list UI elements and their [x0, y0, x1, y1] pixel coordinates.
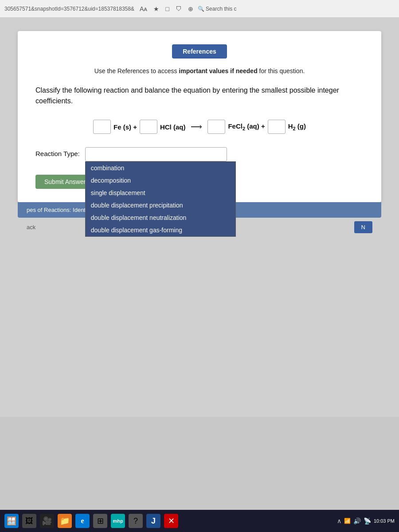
dropdown-item-dd-precipitation[interactable]: double displacement precipitation	[86, 199, 235, 211]
taskbar-x-icon[interactable]: ✕	[164, 514, 178, 528]
read-mode-button[interactable]: Aᴀ	[138, 4, 149, 13]
expand-tray-icon[interactable]: ∧	[337, 517, 341, 524]
dropdown-open-overlay: combination decomposition single displac…	[85, 161, 236, 237]
coeff4-input[interactable]	[268, 120, 286, 134]
sound-icon[interactable]: 🔊	[353, 517, 361, 524]
time-text: 10:03 PM	[374, 518, 395, 524]
compound2-label: HCl (aq)	[160, 123, 186, 131]
search-this-button[interactable]: 🔍 Search this c	[198, 6, 237, 12]
taskbar: 🪟 🖼 🎥 📁 e ⊞ mhp ? J ✕ ∧ 📶 🔊 📡 10:03 PM	[0, 510, 399, 532]
taskbar-help-icon[interactable]: ?	[129, 514, 143, 528]
tab-button[interactable]: □	[164, 4, 171, 13]
coeff2-input[interactable]	[140, 120, 157, 134]
content-card: References Use the References to access …	[18, 31, 381, 202]
taskbar-j-icon[interactable]: J	[146, 514, 160, 528]
dropdown-item-dd-gas-forming[interactable]: double displacement gas-forming	[86, 224, 235, 236]
taskbar-folder-icon[interactable]: 📁	[58, 514, 72, 528]
reaction-arrow: ⟶	[191, 122, 202, 132]
coeff3-input[interactable]	[207, 120, 225, 134]
compound3-label: FeCl2 (aq) +	[228, 122, 265, 131]
compound1-label: Fe (s) +	[113, 123, 137, 131]
reaction-type-row: Reaction Type: combination decomposition…	[35, 147, 364, 161]
wifi-icon[interactable]: 📡	[364, 517, 371, 524]
references-button[interactable]: References	[172, 44, 227, 59]
taskbar-edge-icon[interactable]: e	[75, 514, 90, 528]
taskbar-start-icon[interactable]: 🪟	[4, 514, 19, 528]
url-text: 305657571&snapshotId=3576712&uid=1853781…	[4, 6, 134, 12]
dropdown-item-decomposition[interactable]: decomposition	[86, 174, 235, 187]
browser-icons: Aᴀ ★ □ ⛉ ⊕ 🔍 Search this c	[138, 4, 237, 13]
next-button[interactable]: N	[354, 221, 372, 233]
dropdown-item-combination[interactable]: combination	[86, 162, 235, 174]
coeff1-input[interactable]	[93, 120, 111, 134]
compound4-label: H2 (g)	[288, 122, 306, 131]
browser-bar: 305657571&snapshotId=3576712&uid=1853781…	[0, 0, 399, 18]
instructions-text: Use the References to access important v…	[35, 67, 364, 74]
question-text: Classify the following reaction and bala…	[35, 85, 364, 106]
reaction-type-select[interactable]: combination decomposition single displac…	[85, 147, 227, 161]
taskbar-grid-icon[interactable]: ⊞	[93, 514, 107, 528]
extension-button[interactable]: ⊕	[186, 4, 195, 13]
back-button[interactable]: ack	[27, 224, 35, 231]
taskbar-hp-icon[interactable]: mhp	[111, 514, 125, 528]
system-tray: ∧ 📶 🔊 📡 10:03 PM	[337, 517, 395, 524]
reaction-type-dropdown-container: combination decomposition single displac…	[85, 147, 227, 161]
network-icon[interactable]: 📶	[344, 518, 351, 524]
main-content-area: References Use the References to access …	[0, 18, 399, 417]
equation-row: Fe (s) + HCl (aq) ⟶ FeCl2 (aq) + H2 (g)	[35, 120, 364, 134]
settings-button[interactable]: ⛉	[174, 4, 184, 13]
dropdown-item-single-displacement[interactable]: single displacement	[86, 187, 235, 199]
dropdown-item-dd-neutralization[interactable]: double displacement neutralization	[86, 211, 235, 224]
taskbar-video-icon[interactable]: 🎥	[40, 514, 54, 528]
reaction-type-label: Reaction Type:	[35, 147, 80, 157]
time-display: 10:03 PM	[374, 518, 395, 524]
favorite-button[interactable]: ★	[152, 4, 161, 13]
taskbar-photo-icon[interactable]: 🖼	[22, 514, 36, 528]
